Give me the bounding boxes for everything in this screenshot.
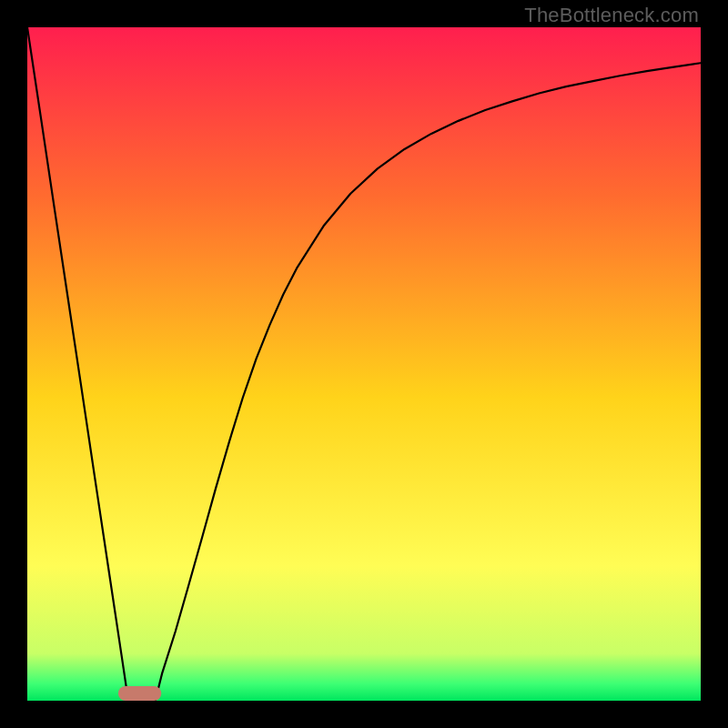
optimum-marker [118, 686, 161, 701]
chart-frame: TheBottleneck.com [0, 0, 728, 728]
watermark-text: TheBottleneck.com [524, 4, 699, 27]
plot-area [27, 27, 701, 701]
chart-svg [27, 27, 701, 701]
gradient-background [27, 27, 701, 701]
